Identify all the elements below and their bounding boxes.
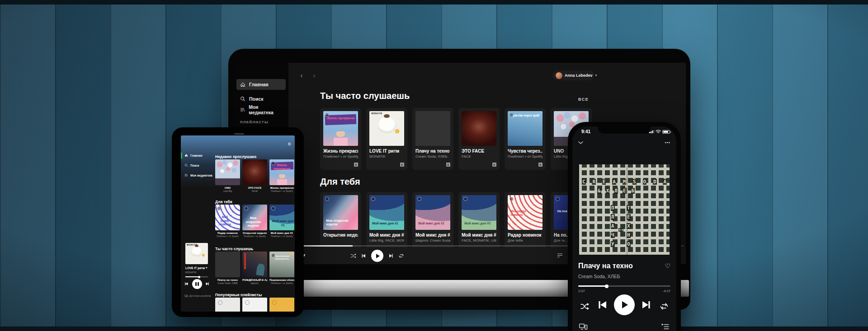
nav-back-button[interactable]: ‹ xyxy=(298,72,305,79)
queue-icon[interactable] xyxy=(557,253,563,258)
tablet-row-recent: UNO Little Big ЭТО FACE FACE xyxy=(215,159,294,192)
elapsed-time: 2:07 xyxy=(578,289,585,293)
album-cover xyxy=(242,252,267,277)
sidebar-item-search[interactable]: Поиск xyxy=(236,93,286,104)
user-name: Anna Lebedev xyxy=(565,73,593,78)
progress-handle[interactable] xyxy=(198,276,200,278)
now-playing-artist: MONATIK xyxy=(185,271,197,274)
sidebar-item-library[interactable]: Моя медиатека xyxy=(184,173,212,177)
previous-track-icon[interactable] xyxy=(361,253,366,258)
explicit-badge: E xyxy=(354,163,358,167)
repeat-icon[interactable] xyxy=(398,253,404,258)
shuffle-icon[interactable] xyxy=(580,303,590,310)
play-icon xyxy=(376,254,380,258)
section-title: Недавно прослушано xyxy=(215,154,256,159)
sidebar-item-library[interactable]: Моя медиатека xyxy=(236,104,286,115)
explicit-badge: E xyxy=(400,163,404,167)
see-all-link[interactable]: ВСЕ xyxy=(578,97,605,102)
devices-icon[interactable] xyxy=(579,323,588,330)
album-cover xyxy=(462,111,496,146)
previous-track-icon[interactable] xyxy=(597,300,608,310)
album-card[interactable]: Мой микс дня #3 Мой микс дня #3 FACE, MO… xyxy=(458,192,500,254)
album-card[interactable]: ЭТО FACE FACE E xyxy=(458,108,500,170)
next-track-icon[interactable] xyxy=(205,282,209,286)
shuffle-icon[interactable] xyxy=(350,253,356,258)
section-title: Для тебя xyxy=(320,177,360,187)
gear-icon[interactable]: ⚙ xyxy=(288,142,291,146)
album-card[interactable]: Мой радар новинок Радар новинок Плейлист… xyxy=(215,205,240,238)
album-card[interactable]: Чувства через край Чувства через... Плей… xyxy=(505,108,546,170)
spotify-badge-icon xyxy=(509,197,514,201)
spotify-badge-icon xyxy=(271,161,275,165)
sidebar-item-label: Главная xyxy=(190,154,202,157)
progress-bar[interactable] xyxy=(578,285,670,287)
album-card[interactable]: Жизнь прекрасна Жизнь прекрасна Плейлист… xyxy=(320,108,361,170)
queue-icon[interactable] xyxy=(661,323,670,330)
sidebar-item-home[interactable]: Главная xyxy=(184,154,202,157)
album-card[interactable]: UNO Little Big xyxy=(215,159,240,192)
user-menu[interactable]: Anna Lebedev ▼ xyxy=(552,70,594,80)
repeat-icon[interactable] xyxy=(659,303,669,310)
pause-button[interactable] xyxy=(192,279,202,289)
card-subtitle: Для тебя xyxy=(508,238,542,242)
album-cover: Мой микс дня #3 xyxy=(462,195,496,230)
card-title: ЭТО FACE xyxy=(462,149,496,154)
library-icon xyxy=(184,173,188,177)
sidebar-item-home[interactable]: Главная xyxy=(236,79,286,90)
album-cover xyxy=(415,111,450,146)
status-icons xyxy=(649,130,670,134)
collapse-chevron-icon[interactable] xyxy=(578,141,584,145)
progress-fill xyxy=(578,285,607,287)
card-subtitle: Шарлот, Cream Soda... xyxy=(415,238,450,242)
album-card[interactable] xyxy=(215,298,240,312)
devices-label: Доступные устройства xyxy=(189,295,211,297)
bottom-edge xyxy=(0,326,868,331)
album-card[interactable] xyxy=(269,298,294,312)
battery-icon xyxy=(662,130,670,134)
album-cover: Чувства через край xyxy=(508,111,542,146)
album-card[interactable]: РОЖДЁННЫЙ В АДУ Шарлот xyxy=(242,252,267,284)
like-icon[interactable]: ♡ xyxy=(665,263,670,269)
album-card[interactable]: ЭТО FACE FACE xyxy=(242,159,267,192)
play-button[interactable] xyxy=(371,250,383,262)
album-card[interactable]: Жизнь прекрасна Жизнь прекрасна Плейлист… xyxy=(269,159,294,192)
now-playing-title: LOVE IT ритм xyxy=(185,266,205,270)
album-cover xyxy=(269,298,294,312)
next-track-icon[interactable] xyxy=(641,300,651,310)
album-cover: Жизнь прекрасна xyxy=(323,111,358,146)
nav-forward-button[interactable]: › xyxy=(311,72,317,79)
album-card[interactable]: Плачу на техно Cream Soda, ХЛЕБ E xyxy=(412,108,453,170)
spotify-badge-icon xyxy=(217,206,221,210)
play-button[interactable] xyxy=(614,294,635,315)
sidebar-item-search[interactable]: Поиск xyxy=(184,163,199,167)
now-playing-cover[interactable]: MONATIK xyxy=(185,243,208,264)
like-icon[interactable]: ♥ xyxy=(206,266,208,269)
spotify-badge-icon xyxy=(244,206,248,210)
progress-bar[interactable] xyxy=(185,276,208,277)
album-card[interactable]: Мой микс дня #1 Мой микс дня #1 Little B… xyxy=(366,192,407,254)
card-row-frequent: Жизнь прекрасна Жизнь прекрасна Плейлист… xyxy=(320,108,592,170)
progress-handle[interactable] xyxy=(605,284,609,288)
next-track-icon[interactable] xyxy=(388,253,393,258)
album-card[interactable] xyxy=(242,298,267,312)
album-card[interactable]: Мой радар новинок Радар новинок Для тебя… xyxy=(505,192,546,254)
album-card[interactable]: Мои открытия недели Открытия недели E xyxy=(320,192,361,254)
card-title: Открытия недели xyxy=(323,233,358,238)
card-title: Чувства через... xyxy=(508,149,542,154)
album-card[interactable]: MONATIK LOVE IT ритм MONATIK E xyxy=(366,108,407,170)
album-card[interactable]: Плачу на техно Cream Soda, ХЛЕБ xyxy=(215,252,240,284)
spotify-badge-icon xyxy=(325,113,329,117)
card-title: Мой микс дня #1 xyxy=(269,232,294,234)
previous-track-icon[interactable] xyxy=(184,282,189,286)
more-options-icon[interactable]: ••• xyxy=(665,140,670,145)
album-card[interactable]: Мои открытия недели Открытия недели Плей… xyxy=(242,205,267,238)
album-card[interactable]: Мой микс дня #1 Мой микс дня #1 Плейлист… xyxy=(269,205,294,238)
tablet-speaker xyxy=(234,133,244,135)
card-title: Радар новинок xyxy=(508,233,542,238)
album-card[interactable]: Переменная облачность Переменная облачно… xyxy=(269,252,294,284)
home-icon xyxy=(184,154,188,157)
album-card[interactable]: Мой микс дня #2 Мой микс дня #2 Шарлот, … xyxy=(412,192,453,254)
available-devices[interactable]: Доступные устройства xyxy=(184,294,211,298)
cover-art-text: Мои открытия недели xyxy=(244,216,262,228)
top-edge xyxy=(0,0,868,5)
